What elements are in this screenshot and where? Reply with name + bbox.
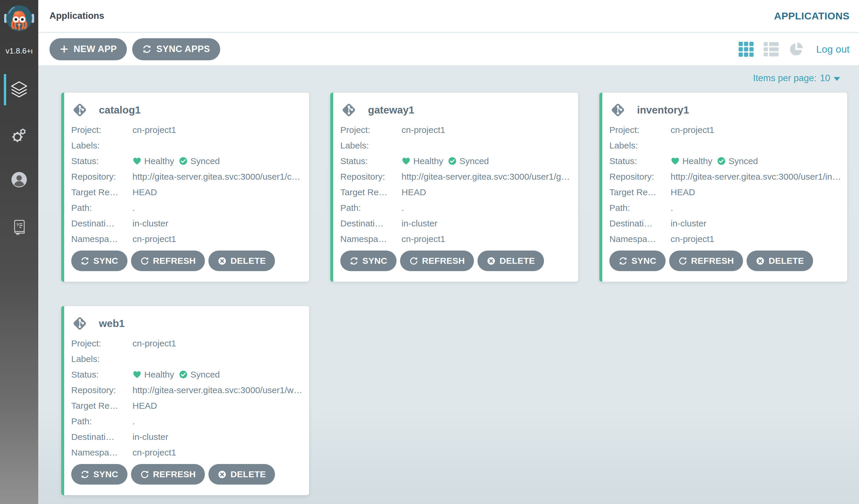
delete-button[interactable]: DELETE xyxy=(478,251,544,271)
field-value: cn-project1 xyxy=(133,125,303,135)
card-header: gateway1 xyxy=(340,101,572,119)
field-row: Status:HealthySynced xyxy=(71,367,303,382)
grid-icon[interactable] xyxy=(738,42,754,57)
sidebar-item-settings[interactable] xyxy=(0,119,38,151)
field-label: Destinati… xyxy=(71,432,133,442)
sidebar-item-user[interactable] xyxy=(0,163,38,196)
sync-status-label: Synced xyxy=(728,156,758,166)
application-card[interactable]: catalog1 Project:cn-project1Labels:Statu… xyxy=(61,93,309,282)
refresh-button[interactable]: REFRESH xyxy=(131,464,205,485)
refresh-icon xyxy=(140,470,149,479)
field-row: Target Re…HEAD xyxy=(71,398,303,413)
section-label: APPLICATIONS xyxy=(774,10,849,22)
check-circle-icon xyxy=(448,156,457,166)
field-label: Destinati… xyxy=(609,219,670,229)
sidebar-item-applications[interactable] xyxy=(0,74,38,106)
sync-apps-button[interactable]: SYNC APPS xyxy=(132,38,220,60)
field-value: http://gitea-server.gitea.svc:3000/user1… xyxy=(133,172,303,182)
argo-octopus-logo xyxy=(4,3,34,39)
sync-icon xyxy=(142,44,152,54)
field-row: Project:cn-project1 xyxy=(71,122,303,138)
field-value: HealthySynced xyxy=(670,156,841,166)
list-icon[interactable] xyxy=(763,42,779,57)
delete-button[interactable]: DELETE xyxy=(208,464,275,485)
field-row: Status:HealthySynced xyxy=(609,153,841,169)
card-fields: Project:cn-project1Labels:Status:Healthy… xyxy=(71,335,303,460)
field-label: Target Re… xyxy=(340,187,402,197)
sync-button[interactable]: SYNC xyxy=(71,464,127,485)
refresh-button[interactable]: REFRESH xyxy=(400,251,474,271)
refresh-button[interactable]: REFRESH xyxy=(669,251,743,271)
docs-icon: ? xyxy=(11,219,28,236)
sync-button[interactable]: SYNC xyxy=(340,251,396,271)
git-commit-icon xyxy=(609,101,627,119)
field-row: Namespa…cn-project1 xyxy=(71,445,303,460)
field-row: Repository:http://gitea-server.gitea.svc… xyxy=(340,169,572,184)
heart-icon xyxy=(670,156,680,166)
action-label: REFRESH xyxy=(153,256,196,266)
top-bar: Applications APPLICATIONS xyxy=(38,0,859,32)
field-value: . xyxy=(402,203,572,213)
field-label: Target Re… xyxy=(71,187,133,197)
field-value: cn-project1 xyxy=(133,447,303,458)
field-row: Destinati…in-cluster xyxy=(340,216,572,231)
refresh-button[interactable]: REFRESH xyxy=(131,251,205,271)
delete-button[interactable]: DELETE xyxy=(747,251,813,271)
card-inner: catalog1 Project:cn-project1Labels:Statu… xyxy=(64,93,309,282)
field-label: Repository: xyxy=(71,385,133,395)
delete-icon xyxy=(217,256,227,266)
field-label: Labels: xyxy=(71,354,133,364)
items-per-page-dropdown[interactable]: Items per page: 10 xyxy=(753,73,840,83)
check-circle-icon xyxy=(179,370,188,379)
card-header: inventory1 xyxy=(609,101,841,119)
field-value: HealthySynced xyxy=(402,156,572,166)
health-status-label: Healthy xyxy=(682,156,712,166)
sync-icon xyxy=(349,256,359,266)
application-card[interactable]: gateway1 Project:cn-project1Labels:Statu… xyxy=(330,93,578,282)
field-value: http://gitea-server.gitea.svc:3000/user1… xyxy=(670,172,841,182)
heart-icon xyxy=(133,156,141,166)
field-value: HealthySynced xyxy=(133,369,303,380)
application-card[interactable]: inventory1 Project:cn-project1Labels:Sta… xyxy=(599,93,847,282)
card-header: catalog1 xyxy=(71,101,303,119)
field-row: Labels: xyxy=(71,138,303,153)
new-app-button[interactable]: NEW APP xyxy=(49,38,127,60)
action-label: DELETE xyxy=(230,256,266,266)
sidebar-item-help[interactable]: ? xyxy=(0,211,38,243)
field-label: Namespa… xyxy=(340,234,402,244)
field-row: Project:cn-project1 xyxy=(71,335,303,351)
app-title: gateway1 xyxy=(368,104,415,116)
card-fields: Project:cn-project1Labels:Status:Healthy… xyxy=(340,122,572,247)
gear-icon xyxy=(10,126,28,144)
field-row: Path:. xyxy=(340,200,572,216)
field-value: . xyxy=(133,203,303,213)
sync-status-label: Synced xyxy=(459,156,489,166)
card-inner: web1 Project:cn-project1Labels:Status:He… xyxy=(64,306,309,495)
field-label: Path: xyxy=(609,203,670,213)
check-circle-icon xyxy=(179,156,188,166)
delete-button[interactable]: DELETE xyxy=(208,251,275,271)
version-label: v1.8.6+ι xyxy=(0,46,38,56)
action-label: DELETE xyxy=(500,256,535,266)
app-title: inventory1 xyxy=(637,104,689,116)
field-value: HealthySynced xyxy=(133,156,303,166)
delete-icon xyxy=(217,470,227,479)
field-row: Path:. xyxy=(71,200,303,216)
field-label: Target Re… xyxy=(71,401,133,411)
field-label: Project: xyxy=(609,125,670,135)
heart-icon xyxy=(133,370,141,379)
field-label: Status: xyxy=(340,156,402,166)
field-row: Target Re…HEAD xyxy=(71,184,303,200)
sync-status-label: Synced xyxy=(191,369,220,380)
logout-link[interactable]: Log out xyxy=(816,44,849,55)
sync-button[interactable]: SYNC xyxy=(71,251,127,271)
field-row: Labels: xyxy=(340,138,572,153)
delete-icon xyxy=(756,256,765,266)
field-value: cn-project1 xyxy=(670,125,841,135)
field-row: Repository:http://gitea-server.gitea.svc… xyxy=(71,382,303,398)
application-card[interactable]: web1 Project:cn-project1Labels:Status:He… xyxy=(61,306,309,495)
card-inner: inventory1 Project:cn-project1Labels:Sta… xyxy=(602,93,847,282)
pie-icon[interactable] xyxy=(788,42,804,57)
sync-button[interactable]: SYNC xyxy=(609,251,666,271)
health-status-label: Healthy xyxy=(413,156,443,166)
